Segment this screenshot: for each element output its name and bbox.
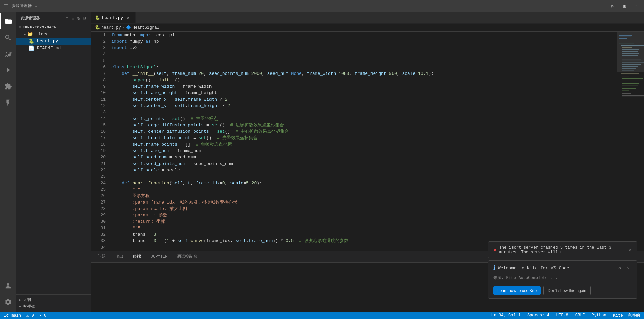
error-message: The isort server crashed 5 times in the … [499,245,625,255]
sidebar-item-idea[interactable]: ▶ 📁 .idea [16,30,91,38]
code-line-20: self.seed_num = seed_num [111,154,617,161]
code-line-25: """ [111,186,617,193]
terminal-tab-problems[interactable]: 问题 [94,252,110,261]
status-bar: ⎇ main ⚠ 0 ✕ 0 Ln 34, Col 1 Spaces: 4 UT… [0,312,644,319]
svg-rect-17 [621,73,639,74]
terminal-tab-output[interactable]: 输出 [111,252,127,261]
python-file-icon: 🐍 [28,38,34,44]
sidebar-footer-outline[interactable]: ▶ 大纲 [19,297,88,303]
svg-rect-21 [622,83,639,84]
status-branch[interactable]: ⎇ main [3,313,22,318]
kite-notification-controls: ⚙ ✕ [616,264,632,272]
activity-settings[interactable] [0,294,16,310]
svg-rect-25 [622,93,631,94]
sidebar-title: 资源管理器 [20,16,40,21]
activity-account[interactable] [0,278,16,294]
breadcrumb-file[interactable]: heart.py [101,25,121,30]
breadcrumb-file-icon: 🐍 [95,25,100,30]
sidebar-footer-timeline[interactable]: ▶ 时标栏 [19,303,88,310]
activity-explorer[interactable] [0,13,16,29]
chevron-down-icon: ▼ [19,26,21,29]
status-warnings[interactable]: ✕ 0 [38,313,48,318]
sidebar-item-label-idea: .idea [36,31,49,37]
tab-label-heartpy: heart.py [102,15,123,20]
code-line-7: def __init__(self, frame_num=20, seed_po… [111,70,617,77]
kite-info-icon: ℹ [493,264,495,271]
new-folder-icon[interactable]: ⊞ [71,15,75,22]
code-line-30: :return: 坐标 [111,218,617,225]
activity-test[interactable] [0,94,16,111]
activity-search[interactable] [0,29,16,46]
code-line-12: self.center_y = self.frame_height / 2 [111,103,617,109]
status-position[interactable]: Ln 34, Col 1 [490,313,522,318]
more-button[interactable]: ⋯ [631,1,641,11]
status-kite[interactable]: Kite: 完整的 [612,313,641,318]
project-section-header[interactable]: ▼ FUNNYTOYS-MAIN [16,24,91,30]
status-encoding[interactable]: UTF-8 [555,313,570,318]
code-line-16: self._center_diffusion_points = set() # … [111,128,617,135]
split-editor-button[interactable]: ▣ [620,1,629,11]
error-notification-close[interactable]: ✕ [628,247,632,254]
status-errors[interactable]: ⚠ 0 [25,313,35,318]
title-bar-text: 资源管理器 [12,3,32,9]
line-numbers: 1 2 3 4 5 6 7 8 9 10 11 12 13 14 15 16 1… [91,32,108,251]
code-content[interactable]: from math import cos, pi import numpy as… [108,32,617,251]
code-editor[interactable]: 1 2 3 4 5 6 7 8 9 10 11 12 13 14 15 16 1… [91,32,644,251]
dont-show-again-button[interactable]: Don't show this again [543,286,591,295]
tab-close-heartpy[interactable]: ✕ [125,15,131,21]
code-line-17: self._heart_halo_point = set() # 光晕效果坐标集… [111,135,617,141]
svg-rect-18 [622,76,629,76]
refresh-icon[interactable]: ↻ [77,15,81,22]
terminal-tab-jupyter[interactable]: JUPYTER [146,253,172,261]
sidebar-header: 资源管理器 + ⊞ ↻ ⊟ [16,12,91,24]
minimap [617,32,644,251]
new-file-icon[interactable]: + [65,15,69,22]
activity-run[interactable] [0,62,16,78]
run-button[interactable]: ▷ [608,1,618,11]
terminal-tab-debug[interactable]: 调试控制台 [173,252,201,261]
tab-py-icon: 🐍 [95,15,100,20]
kite-close-icon[interactable]: ✕ [625,264,632,272]
chevron-right-outline-icon: ▶ [19,298,21,302]
error-notification: ✕ The isort server crashed 5 times in th… [488,241,637,258]
minimap-slider[interactable] [617,32,644,72]
svg-rect-22 [622,86,638,86]
breadcrumb: 🐍 heart.py › 🔷 HeartSignal [91,24,644,32]
collapse-icon[interactable]: ⊟ [82,15,87,22]
project-name: FUNNYTOYS-MAIN [23,25,57,29]
chevron-right-icon: ▶ [24,32,26,36]
sidebar-item-heartpy[interactable]: 🐍 heart.py [16,38,91,45]
title-bar: 资源管理器 ··· ▷ ▣ ⋯ [0,0,644,12]
code-line-28: :param scale: 放大比例 [111,206,617,212]
explorer-title-icon [3,3,9,9]
sidebar-header-icons: + ⊞ ↻ ⊟ [65,15,87,22]
status-eol[interactable]: CRLF [574,313,586,318]
breadcrumb-sep: › [122,25,125,30]
code-line-9: self.frame_width = frame_width [111,83,617,90]
code-line-26: 图形方程 [111,193,617,199]
code-line-13 [111,109,617,115]
title-bar-left: 资源管理器 ··· [3,3,608,9]
status-language[interactable]: Python [590,313,608,318]
terminal-tab-terminal[interactable]: 终端 [129,252,145,261]
code-line-1: from math import cos, pi [111,32,617,38]
error-icon: ✕ [493,247,497,253]
activity-source-control[interactable] [0,46,16,62]
status-spaces[interactable]: Spaces: 4 [526,313,551,318]
code-line-5 [111,58,617,64]
code-line-18: self.frame_points = [] # 每帧动态点坐标 [111,141,617,148]
title-bar-more[interactable]: ··· [35,3,39,9]
kite-notification: ℹ Welcome to Kite for VS Code ⚙ ✕ 来源: Ki… [488,260,637,299]
kite-settings-icon[interactable]: ⚙ [616,264,623,272]
tab-heartpy[interactable]: 🐍 heart.py ✕ [91,12,136,23]
learn-kite-button[interactable]: Learn how to use Kite [493,286,541,295]
code-line-21: self.seed_points_num = seed_points_num [111,161,617,167]
activity-extensions[interactable] [0,78,16,94]
code-line-8: super().__init__() [111,77,617,83]
code-line-10: self.frame_height = frame_height [111,90,617,96]
breadcrumb-class[interactable]: HeartSignal [133,25,159,30]
activity-bottom [0,278,16,310]
sidebar-item-readme[interactable]: 📄 README.md [16,45,91,52]
tab-bar: 🐍 heart.py ✕ [91,12,644,24]
code-line-11: self.center_x = self.frame_width / 2 [111,96,617,103]
